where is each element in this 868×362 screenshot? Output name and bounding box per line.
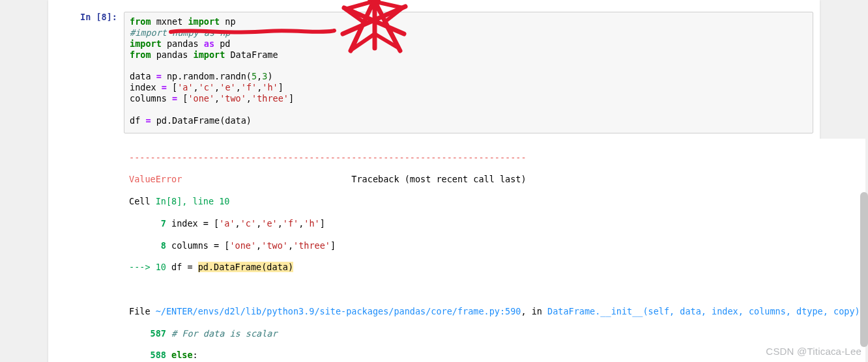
- input-prompt: In [8]:: [55, 12, 124, 133]
- notebook-container: In [8]: from mxnet import np #import num…: [48, 0, 820, 362]
- tb-line: 7 index = ['a','c','e','f','h']: [129, 218, 860, 229]
- code-cell[interactable]: In [8]: from mxnet import np #import num…: [51, 8, 817, 137]
- tb-line: 8 columns = ['one','two','three']: [129, 240, 860, 251]
- traceback-output[interactable]: ----------------------------------------…: [124, 139, 865, 362]
- code-line: df = pd.DataFrame(data): [130, 115, 807, 126]
- watermark: CSDN @Titicaca-Lee: [766, 346, 861, 358]
- code-input-area[interactable]: from mxnet import np #import numpy as np…: [124, 12, 813, 133]
- tb-line: 587 # For data is scalar: [129, 328, 860, 339]
- code-line: #import numpy as np: [130, 27, 807, 38]
- output-prompt: [55, 139, 124, 362]
- scrollbar-thumb[interactable]: [860, 192, 868, 347]
- page-root: In [8]: from mxnet import np #import num…: [0, 0, 868, 362]
- tb-line: ValueError Traceback (most recent call l…: [129, 174, 860, 185]
- code-line: index = ['a','c','e','f','h']: [130, 82, 807, 93]
- tb-line: ---> 10 df = pd.DataFrame(data): [129, 262, 860, 273]
- tb-line: [129, 284, 860, 295]
- code-line: from mxnet import np: [130, 16, 807, 27]
- tb-line: File ~/ENTER/envs/d2l/lib/python3.9/site…: [129, 306, 860, 317]
- tb-line: ----------------------------------------…: [129, 152, 860, 163]
- code-line: data = np.random.randn(5,3): [130, 71, 807, 82]
- code-line: columns = ['one','two','three']: [130, 93, 807, 104]
- code-line: from pandas import DataFrame: [130, 49, 807, 61]
- output-cell: ----------------------------------------…: [51, 137, 817, 362]
- code-line: import pandas as pd: [130, 38, 807, 49]
- tb-line: 588 else:: [129, 350, 860, 361]
- code-line: [130, 104, 807, 115]
- tb-line: Cell In[8], line 10: [129, 196, 860, 207]
- code-line: [130, 61, 807, 72]
